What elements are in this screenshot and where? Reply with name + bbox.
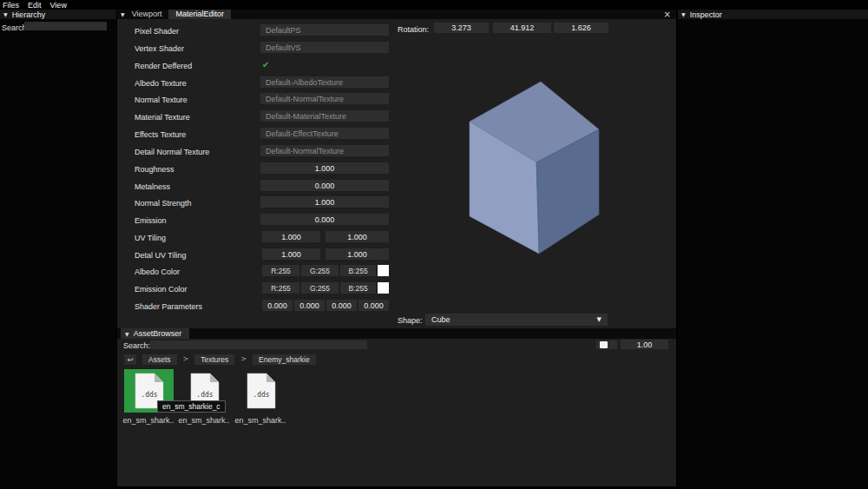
material-preview-viewport[interactable] bbox=[447, 72, 638, 268]
roughness-field[interactable]: 1.000 bbox=[260, 162, 389, 174]
chevron-right-icon: > bbox=[183, 355, 189, 363]
roughness-label: Roughness bbox=[135, 165, 174, 174]
metalness-label: Metalness bbox=[135, 182, 170, 191]
asset-browser-panel: ▼ AssetBrowser Search: 1.00 ↩ Assets > T… bbox=[117, 328, 676, 486]
tab-material-editor[interactable]: MaterialEditor bbox=[168, 10, 231, 19]
shape-label: Shape: bbox=[398, 316, 423, 325]
normal-texture-label: Normal Texture bbox=[135, 96, 187, 104]
albedo-color-g-field[interactable]: G:255 bbox=[301, 265, 339, 276]
property-row: Vertex Shader DefaultVS bbox=[135, 42, 508, 54]
asset-search-input[interactable] bbox=[150, 340, 367, 349]
rotation-z-field[interactable]: 1.626 bbox=[554, 23, 608, 33]
chevron-down-icon: ▼ bbox=[597, 316, 602, 323]
shader-param-3-field[interactable]: 0.000 bbox=[358, 300, 389, 311]
shape-dropdown[interactable]: Cube ▼ bbox=[425, 314, 608, 326]
back-button[interactable]: ↩ bbox=[124, 354, 136, 365]
detail-uv-tiling-u-field[interactable]: 1.000 bbox=[262, 248, 320, 260]
uv-tiling-label: UV Tiling bbox=[135, 234, 166, 242]
effects-texture-label: Effects Texture bbox=[135, 130, 186, 139]
property-row: Shader Parameters 0.000 0.000 0.000 0.00… bbox=[135, 300, 508, 312]
emission-color-g-field[interactable]: G:255 bbox=[301, 282, 339, 294]
albedo-color-swatch[interactable] bbox=[378, 265, 389, 276]
hierarchy-header[interactable]: ▼ Hierarchy bbox=[0, 10, 116, 19]
detail-normal-texture-label: Detail Normal Texture bbox=[135, 148, 209, 156]
detail-uv-tiling-label: Detal UV Tiling bbox=[135, 251, 187, 260]
asset-label: en_sm_shark.. bbox=[233, 416, 287, 425]
render-deffered-label: Render Deffered bbox=[135, 62, 192, 70]
normal-strength-field[interactable]: 1.000 bbox=[260, 196, 389, 208]
property-row: Render Deffered ✔ bbox=[135, 59, 508, 71]
emission-label: Emission bbox=[135, 216, 167, 225]
uv-tiling-u-field[interactable]: 1.000 bbox=[262, 231, 320, 242]
close-icon[interactable]: × bbox=[664, 10, 671, 19]
normal-strength-label: Normal Strength bbox=[135, 199, 192, 208]
collapse-icon[interactable]: ▼ bbox=[3, 11, 8, 17]
menu-edit[interactable]: Edit bbox=[28, 1, 42, 10]
hierarchy-panel: ▼ Hierarchy Search: bbox=[0, 10, 116, 489]
uv-tiling-v-field[interactable]: 1.000 bbox=[326, 231, 389, 242]
editor-tab-strip: ▼ Viewport MaterialEditor × bbox=[117, 10, 676, 19]
inspector-header[interactable]: ▼ Inspector bbox=[678, 10, 868, 19]
inspector-panel: ▼ Inspector bbox=[678, 10, 868, 489]
asset-label: en_sm_shark.. bbox=[122, 416, 175, 425]
shader-parameters-label: Shader Parameters bbox=[135, 302, 202, 311]
property-row: Emission Color R:255 G:255 B:255 bbox=[135, 282, 508, 294]
shader-param-2-field[interactable]: 0.000 bbox=[326, 300, 357, 311]
asset-tile[interactable]: .dds bbox=[236, 369, 286, 413]
breadcrumb-assets[interactable]: Assets bbox=[142, 354, 177, 365]
hierarchy-search-input[interactable] bbox=[24, 22, 107, 30]
slider-handle[interactable] bbox=[600, 341, 608, 348]
color-swatch-rect bbox=[378, 265, 389, 276]
albedo-color-b-field[interactable]: B:255 bbox=[340, 265, 376, 276]
thumbnail-scale-slider[interactable] bbox=[596, 340, 617, 349]
file-ext-text: .dds bbox=[196, 391, 213, 399]
asset-search-label: Search: bbox=[123, 341, 150, 350]
menu-bar: Files Edit View bbox=[0, 0, 868, 10]
asset-browser-tab-strip: ▼ AssetBrowser bbox=[117, 328, 676, 339]
dds-file-icon: .dds bbox=[247, 373, 276, 409]
albedo-color-label: Albedo Color bbox=[135, 268, 180, 276]
breadcrumb-textures[interactable]: Textures bbox=[194, 354, 234, 365]
shape-selected-value: Cube bbox=[431, 315, 450, 324]
effects-texture-field[interactable]: Default-EffectTexture bbox=[260, 128, 389, 139]
hierarchy-title: Hierarchy bbox=[12, 10, 46, 19]
shader-param-0-field[interactable]: 0.000 bbox=[262, 300, 293, 311]
material-texture-field[interactable]: Default-MaterialTexture bbox=[260, 110, 389, 122]
drag-tooltip: en_sm_sharkie_c bbox=[157, 400, 226, 413]
vertex-shader-label: Vertex Shader bbox=[135, 44, 184, 53]
collapse-icon[interactable]: ▼ bbox=[681, 11, 686, 17]
albedo-texture-label: Albedo Texture bbox=[135, 79, 187, 88]
material-editor-panel: ▼ Viewport MaterialEditor × Pixel Shader… bbox=[117, 10, 676, 328]
menu-view[interactable]: View bbox=[50, 1, 67, 10]
thumbnail-scale-value[interactable]: 1.00 bbox=[621, 340, 668, 349]
albedo-color-r-field[interactable]: R:255 bbox=[262, 265, 299, 276]
albedo-texture-field[interactable]: Default-AlbedoTexture bbox=[260, 76, 389, 88]
normal-texture-field[interactable]: Default-NormalTexture bbox=[260, 93, 389, 104]
emission-color-b-field[interactable]: B:255 bbox=[340, 282, 376, 294]
breadcrumb-enemy-sharkie[interactable]: Enemy_sharkie bbox=[253, 354, 316, 365]
emission-field[interactable]: 0.000 bbox=[260, 214, 389, 225]
chevron-right-icon: > bbox=[240, 355, 247, 363]
rotation-x-field[interactable]: 3.273 bbox=[434, 23, 489, 33]
checkmark-icon[interactable]: ✔ bbox=[262, 60, 269, 69]
detail-uv-tiling-v-field[interactable]: 1.000 bbox=[326, 248, 389, 260]
inspector-title: Inspector bbox=[690, 10, 722, 19]
collapse-icon[interactable]: ▼ bbox=[125, 331, 129, 337]
detail-normal-texture-field[interactable]: Default-NormalTexture bbox=[260, 145, 389, 156]
metalness-field[interactable]: 0.000 bbox=[260, 180, 389, 191]
breadcrumb: ↩ Assets > Textures > Enemy_sharkie bbox=[124, 354, 316, 365]
shader-param-1-field[interactable]: 0.000 bbox=[294, 300, 325, 311]
color-swatch-rect bbox=[378, 282, 389, 294]
emission-color-swatch[interactable] bbox=[378, 282, 389, 294]
tab-asset-browser[interactable]: ▼ AssetBrowser bbox=[121, 328, 189, 339]
tab-viewport[interactable]: Viewport bbox=[125, 10, 169, 19]
file-ext-text: .dds bbox=[253, 391, 269, 399]
menu-files[interactable]: Files bbox=[3, 1, 19, 10]
vertex-shader-field[interactable]: DefaultVS bbox=[260, 42, 389, 53]
hand-cursor-icon: ☝ bbox=[144, 396, 150, 407]
rotation-y-field[interactable]: 41.912 bbox=[493, 23, 551, 33]
pixel-shader-field[interactable]: DefaultPS bbox=[260, 24, 389, 36]
asset-label: en_sm_shark.. bbox=[177, 416, 231, 425]
emission-color-r-field[interactable]: R:255 bbox=[262, 282, 299, 294]
asset-browser-title: AssetBrowser bbox=[134, 329, 182, 338]
